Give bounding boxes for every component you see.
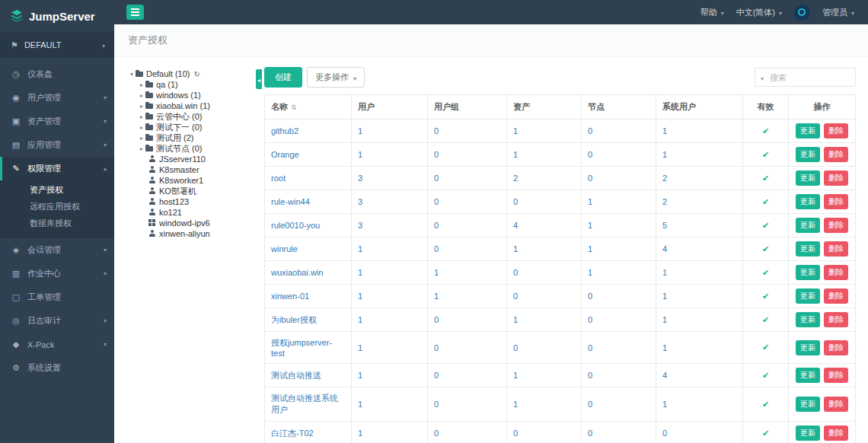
assets-count-link[interactable]: 1 [513,400,518,409]
user-groups-count-link[interactable]: 0 [434,400,439,409]
sidebar-subitem-remote-app-permissions[interactable]: 远程应用授权 [0,198,114,215]
assets-count-link[interactable]: 1 [513,371,518,380]
name-link[interactable]: 为ibuler授权 [271,315,317,324]
help-menu[interactable]: 帮助 [700,7,724,18]
more-actions-button[interactable]: 更多操作 [307,67,365,88]
name-link[interactable]: root [271,174,286,183]
tree-node[interactable]: qa (1) [128,79,256,90]
system-users-count-link[interactable]: 1 [662,268,667,277]
users-count-link[interactable]: 1 [358,315,362,324]
assets-count-link[interactable]: 2 [513,174,518,183]
search-box[interactable] [755,68,856,87]
update-button[interactable]: 更新 [796,171,820,186]
nodes-count-link[interactable]: 1 [588,244,592,253]
tree-expand-arrow-icon[interactable] [138,81,145,88]
nodes-count-link[interactable]: 0 [588,126,592,135]
nodes-count-link[interactable]: 0 [588,292,592,301]
users-count-link[interactable]: 1 [358,126,362,135]
update-button[interactable]: 更新 [796,194,820,209]
delete-button[interactable]: 删除 [824,288,848,304]
update-button[interactable]: 更新 [796,147,820,162]
tree-node[interactable]: 测试下一 (0) [128,122,256,132]
delete-button[interactable]: 删除 [824,218,848,233]
language-menu[interactable]: 中文(简体) [736,7,782,18]
user-groups-count-link[interactable]: 1 [434,292,439,301]
user-groups-count-link[interactable]: 1 [434,268,439,277]
system-users-count-link[interactable]: 1 [662,400,667,409]
tree-expand-arrow-icon[interactable] [138,103,145,110]
avatar[interactable] [794,5,810,21]
delete-button[interactable]: 删除 [824,241,848,257]
delete-button[interactable]: 删除 [824,368,848,383]
delete-button[interactable]: 删除 [824,147,848,162]
assets-count-link[interactable]: 0 [513,292,518,301]
tree-node[interactable]: K8smaster [128,164,256,175]
system-users-count-link[interactable]: 2 [662,174,667,183]
delete-button[interactable]: 删除 [824,312,848,327]
nodes-count-link[interactable]: 0 [588,343,592,352]
user-groups-count-link[interactable]: 0 [434,221,439,230]
users-count-link[interactable]: 1 [358,400,362,409]
nodes-count-link[interactable]: 0 [588,371,592,380]
menu-toggle-button[interactable] [126,5,144,20]
assets-count-link[interactable]: 1 [513,126,518,135]
update-button[interactable]: 更新 [796,218,820,233]
tree-node[interactable]: 测试节点 (0) [128,143,256,154]
delete-button[interactable]: 删除 [824,265,848,280]
name-link[interactable]: 白江杰-T02 [271,429,314,438]
tree-node[interactable]: xiaobai.win (1) [128,100,256,111]
sidebar-subitem-asset-permissions[interactable]: 资产授权 [0,181,114,198]
update-button[interactable]: 更新 [796,241,820,257]
user-groups-count-link[interactable]: 0 [434,244,439,253]
system-users-count-link[interactable]: 1 [662,315,667,324]
sidebar-item-audits[interactable]: ◎日志审计 [0,309,114,333]
assets-count-link[interactable]: 0 [513,343,518,352]
user-groups-count-link[interactable]: 0 [434,371,439,380]
system-users-count-link[interactable]: 5 [662,221,667,230]
update-button[interactable]: 更新 [796,265,820,280]
delete-button[interactable]: 删除 [824,397,848,412]
users-count-link[interactable]: 3 [358,221,362,230]
user-groups-count-link[interactable]: 0 [434,429,439,438]
users-count-link[interactable]: 1 [358,343,362,352]
column-header-name[interactable]: 名称 [265,95,352,120]
tree-node[interactable]: xinwen-aliyun [128,228,256,239]
nodes-count-link[interactable]: 0 [588,174,592,183]
nodes-count-link[interactable]: 1 [588,197,592,206]
update-button[interactable]: 更新 [796,425,820,441]
sort-icon[interactable] [291,102,297,111]
assets-count-link[interactable]: 1 [513,315,518,324]
system-users-count-link[interactable]: 1 [662,150,667,159]
users-count-link[interactable]: 1 [358,429,362,438]
tree-expand-arrow-icon[interactable] [138,145,145,152]
update-button[interactable]: 更新 [796,368,820,383]
tree-expand-arrow-icon[interactable] [138,124,145,131]
user-groups-count-link[interactable]: 0 [434,343,439,352]
users-count-link[interactable]: 3 [358,174,362,183]
system-users-count-link[interactable]: 1 [662,343,667,352]
tree-node-root[interactable]: Default (10) [128,69,256,79]
name-link[interactable]: rule-win44 [271,197,310,206]
tree-node[interactable]: 云管中心 (0) [128,111,256,122]
update-button[interactable]: 更新 [796,312,820,327]
create-button[interactable]: 创建 [264,67,302,88]
org-switcher[interactable]: DEFAULT [0,32,114,58]
delete-button[interactable]: 删除 [824,425,848,441]
update-button[interactable]: 更新 [796,288,820,304]
update-button[interactable]: 更新 [796,340,820,355]
tree-node[interactable]: windowd-ipv6 [128,218,256,228]
users-count-link[interactable]: 1 [358,244,362,253]
user-groups-count-link[interactable]: 0 [434,126,439,135]
delete-button[interactable]: 删除 [824,194,848,209]
update-button[interactable]: 更新 [796,397,820,412]
tree-collapse-arrow-icon[interactable] [128,71,136,78]
logo[interactable]: JumpServer [0,0,114,32]
tree-expand-arrow-icon[interactable] [138,135,145,142]
nodes-count-link[interactable]: 0 [588,429,592,438]
nodes-count-link[interactable]: 0 [588,150,592,159]
nodes-count-link[interactable]: 1 [588,221,592,230]
tree-node[interactable]: windows (1) [128,90,256,100]
users-count-link[interactable]: 1 [358,150,362,159]
sidebar-item-sessions[interactable]: ◈会话管理 [0,238,114,262]
tree-node[interactable]: KO部署机 [128,186,256,196]
